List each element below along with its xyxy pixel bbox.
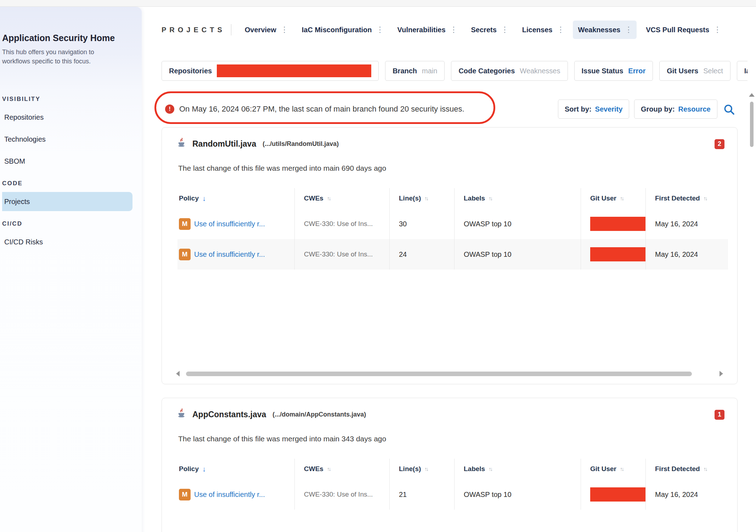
sort-icon[interactable]	[704, 466, 707, 472]
policy-link[interactable]: Use of insufficiently r...	[194, 220, 265, 228]
file-card-header: RandomUtil.java (.../utils/RandomUtil.ja…	[162, 128, 737, 151]
scrollbar-thumb[interactable]	[186, 372, 692, 376]
file-name[interactable]: AppConstants.java	[192, 410, 266, 419]
file-card-appconstants: AppConstants.java (.../domain/AppConstan…	[162, 398, 738, 532]
sidebar-item-sbom[interactable]: SBOM	[2, 152, 142, 171]
tab-menu-icon[interactable]	[556, 25, 565, 34]
tab-menu-icon[interactable]	[449, 25, 458, 34]
sidebar-item-label: Repositories	[4, 113, 44, 121]
tab-licenses[interactable]: Licenses	[517, 21, 569, 39]
column-header-git-user[interactable]: Git User	[581, 188, 645, 209]
filter-issue-status[interactable]: Issue Status Error	[574, 61, 653, 81]
column-header-lines[interactable]: Line(s)	[389, 188, 454, 209]
sidebar-item-technologies[interactable]: Technologies	[2, 130, 142, 149]
column-header-cwes[interactable]: CWEs	[294, 459, 389, 479]
column-label: First Detected	[655, 194, 700, 202]
java-icon	[176, 408, 187, 421]
tab-overview[interactable]: Overview	[240, 21, 293, 39]
tab-weaknesses[interactable]: Weaknesses	[573, 21, 637, 39]
sort-icon[interactable]	[620, 466, 623, 472]
filter-git-users[interactable]: Git Users Select	[659, 61, 730, 81]
severity-badge-medium: M	[179, 249, 191, 260]
cwe-text: CWE-330: Use of Ins...	[304, 220, 373, 228]
line-number: 24	[399, 250, 407, 259]
tab-menu-icon[interactable]	[713, 25, 722, 34]
sort-desc-icon[interactable]	[202, 194, 206, 203]
tab-vulnerabilities[interactable]: Vulnerabilities	[393, 21, 462, 39]
filter-bar: Repositories Branch main Code Categories…	[162, 61, 756, 81]
column-header-cwes[interactable]: CWEs	[294, 188, 389, 209]
browser-top-strip	[0, 0, 756, 7]
scrollbar-track[interactable]	[186, 372, 713, 376]
column-header-first-detected[interactable]: First Detected	[645, 188, 728, 209]
issue-count-badge: 1	[715, 410, 724, 420]
sidebar-item-label: SBOM	[4, 157, 25, 165]
policy-cell: M Use of insufficiently r...	[177, 479, 294, 510]
weaknesses-table: Policy CWEs Line(s) Labels Git User	[177, 188, 728, 270]
tab-secrets[interactable]: Secrets	[466, 21, 513, 39]
column-label: Policy	[179, 465, 199, 473]
tab-iac-misconfiguration[interactable]: IaC Misconfiguration	[297, 21, 388, 39]
scan-alert: On May 16, 2024 06:27 PM, the last scan …	[165, 98, 464, 120]
column-header-git-user[interactable]: Git User	[581, 459, 645, 479]
filter-repositories[interactable]: Repositories	[162, 61, 379, 81]
sort-icon[interactable]	[327, 195, 330, 202]
filter-value: Weaknesses	[520, 67, 560, 75]
search-button[interactable]	[721, 102, 737, 118]
sort-icon[interactable]	[489, 466, 492, 472]
tab-menu-icon[interactable]	[376, 25, 385, 34]
column-header-labels[interactable]: Labels	[454, 459, 581, 479]
column-header-lines[interactable]: Line(s)	[389, 459, 454, 479]
line-cell: 21	[389, 479, 454, 510]
sort-icon[interactable]	[424, 466, 428, 472]
tab-label: Vulnerabilities	[397, 26, 446, 34]
filter-branch[interactable]: Branch main	[385, 61, 445, 81]
sidebar-item-label: Technologies	[4, 135, 46, 143]
sort-icon[interactable]	[620, 195, 623, 202]
cwe-cell: CWE-330: Use of Ins...	[294, 239, 389, 270]
policy-link[interactable]: Use of insufficiently r...	[194, 491, 265, 499]
file-name[interactable]: RandomUtil.java	[192, 139, 256, 149]
sort-desc-icon[interactable]	[202, 465, 206, 473]
redacted-git-user	[590, 487, 645, 502]
tab-menu-icon[interactable]	[624, 25, 633, 34]
column-header-policy[interactable]: Policy	[177, 188, 294, 209]
policy-cell: M Use of insufficiently r...	[177, 209, 294, 239]
file-path: (.../utils/RandomUtil.java)	[263, 140, 339, 148]
column-header-policy[interactable]: Policy	[177, 459, 294, 479]
table-row: M Use of insufficiently r... CWE-330: Us…	[177, 239, 728, 270]
column-header-labels[interactable]: Labels	[454, 188, 581, 209]
filter-code-categories[interactable]: Code Categories Weaknesses	[451, 61, 568, 81]
sidebar-item-repositories[interactable]: Repositories	[2, 108, 142, 127]
column-label: Git User	[590, 194, 616, 202]
line-number: 30	[399, 220, 407, 228]
sort-icon[interactable]	[489, 195, 492, 202]
sort-by-button[interactable]: Sort by: Severity	[558, 100, 629, 119]
tab-menu-icon[interactable]	[280, 25, 289, 34]
sort-icon[interactable]	[327, 466, 330, 472]
column-header-first-detected[interactable]: First Detected	[645, 459, 728, 479]
sort-icon[interactable]	[424, 195, 428, 202]
policy-cell: M Use of insufficiently r...	[177, 239, 294, 270]
scroll-right-icon[interactable]	[720, 371, 723, 377]
sort-icon[interactable]	[704, 195, 707, 202]
sidebar-item-cicd-risks[interactable]: CI/CD Risks	[2, 232, 142, 251]
filter-label: Code Categories	[458, 67, 515, 75]
scrollbar-thumb[interactable]	[750, 102, 754, 147]
vertical-scrollbar[interactable]	[747, 7, 756, 532]
date-text: May 16, 2024	[655, 491, 698, 499]
scroll-left-icon[interactable]	[176, 371, 180, 377]
tab-vcs-pull-requests[interactable]: VCS Pull Requests	[641, 21, 726, 39]
label-text: OWASP top 10	[464, 220, 512, 228]
cwe-cell: CWE-330: Use of Ins...	[294, 479, 389, 510]
label-text: OWASP top 10	[464, 491, 512, 499]
column-label: Git User	[590, 465, 616, 473]
group-by-button[interactable]: Group by: Resource	[634, 100, 717, 119]
sidebar-item-projects[interactable]: Projects	[2, 192, 132, 211]
file-card-header: AppConstants.java (.../domain/AppConstan…	[162, 398, 737, 421]
git-user-cell	[581, 209, 645, 239]
scroll-up-icon[interactable]	[749, 93, 755, 97]
policy-link[interactable]: Use of insufficiently r...	[194, 250, 265, 259]
labels-cell: OWASP top 10	[454, 239, 581, 270]
tab-menu-icon[interactable]	[500, 25, 509, 34]
